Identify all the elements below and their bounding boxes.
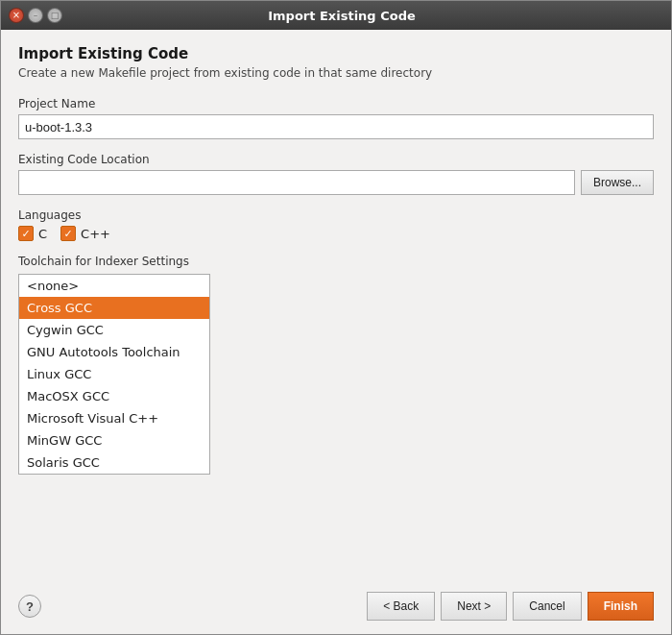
toolchain-item-gnu-autotools[interactable]: GNU Autotools Toolchain — [19, 341, 209, 363]
languages-section: Languages C C++ — [18, 208, 654, 241]
maximize-button[interactable]: □ — [47, 8, 62, 23]
window-title: Import Existing Code — [68, 9, 615, 23]
toolchain-label: Toolchain for Indexer Settings — [18, 255, 654, 268]
toolchain-item-cygwin-gcc[interactable]: Cygwin GCC — [19, 319, 209, 341]
code-location-input[interactable] — [18, 170, 575, 195]
close-button[interactable]: × — [9, 8, 24, 23]
lang-c-checkbox[interactable]: C — [18, 226, 47, 241]
code-location-label: Existing Code Location — [18, 153, 654, 166]
back-button[interactable]: < Back — [367, 592, 435, 621]
toolchain-item-none[interactable]: <none> — [19, 275, 209, 297]
lang-cpp-checkbox[interactable]: C++ — [60, 226, 110, 241]
toolchain-item-solaris-gcc[interactable]: Solaris GCC — [19, 452, 209, 474]
toolchain-item-cross-gcc[interactable]: Cross GCC — [19, 297, 209, 319]
main-content: Import Existing Code Create a new Makefi… — [1, 30, 671, 582]
cancel-button[interactable]: Cancel — [513, 592, 581, 621]
finish-button[interactable]: Finish — [588, 592, 654, 621]
lang-c-label: C — [38, 227, 47, 241]
page-title: Import Existing Code — [18, 45, 654, 62]
nav-buttons: < Back Next > Cancel Finish — [367, 592, 654, 621]
window: × – □ Import Existing Code Import Existi… — [0, 0, 672, 635]
page-subtitle: Create a new Makefile project from exist… — [18, 66, 654, 80]
project-name-input[interactable] — [18, 114, 654, 139]
project-name-label: Project Name — [18, 97, 654, 110]
toolchain-item-macosx-gcc[interactable]: MacOSX GCC — [19, 385, 209, 407]
next-button[interactable]: Next > — [441, 592, 507, 621]
lang-cpp-check-icon — [60, 226, 76, 241]
minimize-icon: – — [34, 12, 38, 20]
toolchain-item-mingw-gcc[interactable]: MinGW GCC — [19, 429, 209, 452]
toolchain-list[interactable]: <none>Cross GCCCygwin GCCGNU Autotools T… — [18, 274, 210, 475]
languages-label: Languages — [18, 208, 654, 222]
titlebar: × – □ Import Existing Code — [1, 1, 671, 30]
toolchain-section: Toolchain for Indexer Settings <none>Cro… — [18, 255, 654, 475]
maximize-icon: □ — [51, 12, 60, 20]
lang-cpp-label: C++ — [81, 227, 110, 241]
browse-button[interactable]: Browse... — [581, 170, 654, 195]
minimize-button[interactable]: – — [28, 8, 43, 23]
toolchain-item-linux-gcc[interactable]: Linux GCC — [19, 363, 209, 385]
toolchain-item-msvc[interactable]: Microsoft Visual C++ — [19, 407, 209, 429]
footer: ? < Back Next > Cancel Finish — [1, 582, 671, 634]
help-button[interactable]: ? — [18, 595, 41, 618]
close-icon: × — [12, 11, 20, 20]
lang-c-check-icon — [18, 226, 34, 241]
checkboxes-row: C C++ — [18, 226, 654, 241]
titlebar-buttons: × – □ — [9, 8, 62, 23]
code-location-row: Browse... — [18, 170, 654, 195]
